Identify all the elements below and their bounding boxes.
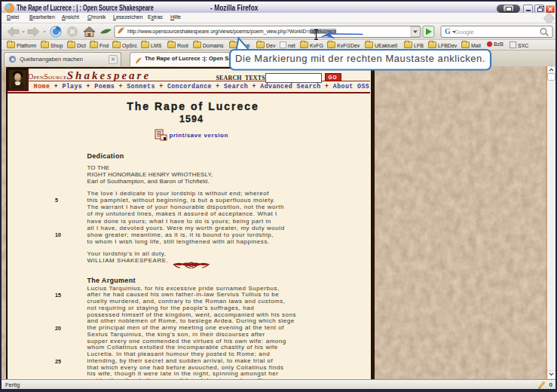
svg-text:G: G: [445, 27, 451, 35]
svg-text:0: 0: [549, 381, 553, 388]
